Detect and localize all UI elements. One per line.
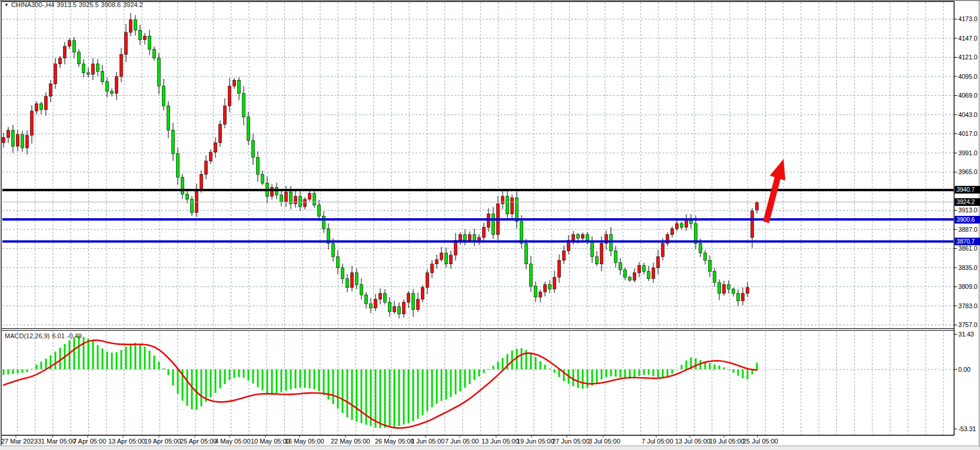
macd-header: MACD(12,26,9)6.01-0.49	[5, 332, 84, 339]
macd-bar	[497, 362, 499, 369]
date-label: 13 Apr 05:00	[108, 438, 145, 445]
bear-candle	[148, 36, 151, 49]
bear-candle	[629, 277, 632, 280]
macd-bar	[220, 369, 221, 388]
time-axis[interactable]: 27 Mar 202331 Mar 05:007 Apr 05:0013 Apr…	[0, 435, 980, 446]
bull-candle	[224, 106, 227, 124]
macd-bar	[36, 365, 38, 369]
ohlc-high: 3925.5	[79, 1, 99, 8]
macd-bar	[483, 369, 485, 373]
bear-candle	[398, 306, 401, 314]
price-axis-label: 3913.0	[958, 206, 977, 214]
bull-candle	[652, 268, 655, 279]
price-axis-label: 3809.0	[958, 283, 977, 291]
macd-bar	[248, 369, 250, 381]
macd-bar	[243, 369, 245, 378]
current-price-price-tag: 3924.2	[955, 198, 980, 206]
macd-bar	[488, 369, 490, 370]
macd-bar	[714, 364, 716, 369]
bull-candle	[638, 265, 641, 273]
macd-bar	[747, 369, 749, 379]
macd-bar	[238, 369, 240, 377]
bull-candle	[144, 36, 147, 39]
bear-candle	[506, 196, 509, 214]
price-axis-label: 3861.0	[958, 245, 977, 252]
bull-candle	[45, 96, 48, 110]
bear-candle	[525, 244, 528, 264]
symbol-dropdown-icon[interactable]: ▼	[4, 2, 9, 8]
bear-candle	[167, 106, 170, 130]
macd-bar	[516, 349, 518, 369]
macd-bar	[648, 369, 650, 375]
bear-candle	[257, 158, 260, 175]
bull-candle	[501, 196, 504, 204]
candlestick-series	[2, 20, 759, 314]
bull-candle	[379, 294, 382, 299]
date-label: 25 Apr 05:00	[180, 438, 217, 445]
price-axis-label: 3991.0	[958, 149, 977, 157]
bull-candle	[407, 294, 410, 302]
bear-candle	[158, 58, 161, 86]
bull-candle	[205, 161, 208, 175]
macd-bar	[295, 369, 297, 388]
bull-candle	[2, 138, 5, 143]
bear-candle	[492, 214, 495, 235]
macd-bar	[304, 369, 306, 388]
macd-bar	[535, 357, 537, 369]
macd-bar	[210, 369, 212, 398]
bull-candle	[210, 152, 212, 161]
macd-bar	[606, 369, 607, 377]
macd-bar	[271, 369, 273, 395]
date-label: 3 Jul 05:00	[589, 438, 620, 445]
macd-bar	[667, 369, 669, 377]
bear-candle	[713, 271, 716, 282]
macd-bar	[22, 369, 24, 373]
macd-bar	[431, 369, 433, 407]
bear-candle	[370, 304, 373, 308]
price-axis-label: 4173.0	[958, 15, 977, 23]
date-label: 7 Jun 05:00	[445, 438, 479, 445]
date-label: 25 Jul 05:00	[743, 438, 778, 445]
bull-candle	[558, 261, 561, 278]
bear-candle	[21, 135, 24, 148]
bear-candle	[534, 286, 537, 297]
macd-bar	[756, 363, 758, 369]
bear-candle	[709, 261, 712, 272]
bear-candle	[610, 235, 613, 251]
macd-bar	[102, 349, 104, 369]
macd-bar	[384, 369, 386, 428]
bull-candle	[511, 198, 514, 214]
macd-bar	[709, 363, 711, 369]
bear-candle	[445, 253, 448, 264]
macd-bar	[582, 369, 584, 389]
bear-candle	[252, 141, 255, 158]
ohlc-close: 3924.2	[123, 1, 143, 8]
chart-canvas[interactable]	[0, 0, 980, 450]
bull-candle	[483, 227, 486, 238]
bear-candle	[732, 289, 735, 294]
macd-bar	[347, 369, 348, 418]
date-label: 19 Jul 05:00	[709, 438, 745, 445]
macd-bar	[92, 341, 94, 369]
macd-bar	[460, 369, 461, 391]
macd-bar	[205, 369, 207, 402]
macd-bar	[559, 369, 560, 377]
bull-candle	[64, 46, 67, 58]
bear-candle	[464, 235, 467, 241]
bear-candle	[78, 52, 81, 64]
macd-bar	[168, 369, 170, 375]
bull-candle	[233, 80, 236, 86]
macd-bar	[342, 369, 344, 413]
bear-candle	[591, 242, 594, 256]
bull-candle	[436, 259, 438, 264]
macd-bar	[610, 369, 612, 376]
bear-candle	[346, 279, 349, 288]
macd-bar	[187, 369, 188, 406]
macd-bar	[450, 369, 452, 397]
bear-candle	[727, 285, 730, 289]
macd-bar	[8, 369, 9, 375]
bear-candle	[337, 256, 340, 268]
date-label: 31 Mar 05:00	[38, 438, 76, 445]
bull-candle	[756, 202, 759, 210]
bear-candle	[261, 174, 264, 183]
